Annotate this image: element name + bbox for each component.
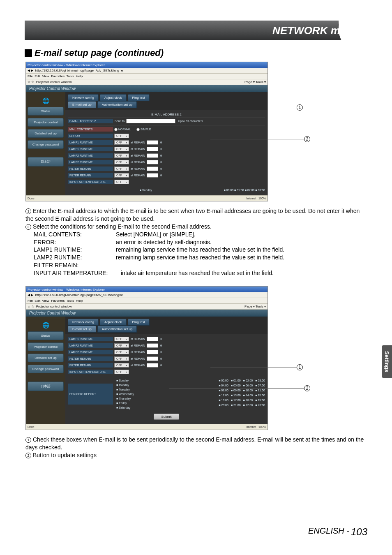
side-detailed[interactable]: Detailed set up	[28, 129, 64, 138]
callout-line-2b	[169, 388, 304, 388]
header-band: NETWORK menu	[25, 21, 367, 40]
lbl-error: ERROR	[68, 134, 113, 138]
side-projector-2[interactable]: Projector control	[28, 342, 64, 351]
body-text-1: 1Enter the E-mail address to which the E…	[25, 207, 367, 277]
lamp1-val[interactable]	[147, 140, 158, 145]
footer-page: 103	[351, 526, 367, 538]
tab-adjust[interactable]: Adjust clock	[100, 94, 127, 101]
lbl-lamp2b: LAMP2 RUNTIME	[68, 160, 113, 164]
callout-2: 2	[304, 136, 310, 142]
lbl-lamp1b: LAMP1 RUNTIME	[68, 147, 113, 151]
subheader: E-MAIL ADDRESS 2	[68, 111, 265, 118]
radio-normal[interactable]: NORMAL	[114, 128, 131, 131]
tab-adjust-2[interactable]: Adjust clock	[100, 319, 127, 326]
s2-lamp2a: LAMP2 RUNTIME	[68, 343, 113, 348]
body-text-2: 1Check these boxes when E-mail is to be …	[25, 436, 367, 459]
sel-lamp2b[interactable]: OFF	[114, 160, 129, 164]
tab-email[interactable]: E-mail set up	[68, 101, 96, 108]
callout-line-2	[210, 139, 304, 139]
filterb-val[interactable]	[147, 173, 158, 178]
s2-periodic: PERIODIC REPORT	[68, 384, 113, 405]
lamp1b-val[interactable]	[147, 147, 158, 151]
lamp2-val[interactable]	[147, 153, 158, 158]
radio-simple[interactable]: SIMPLE	[136, 128, 151, 131]
tab-network-2[interactable]: Network config	[68, 319, 99, 326]
callout-2b: 2	[304, 385, 310, 391]
addr2-hint: Up to 63 characters	[178, 120, 203, 123]
sel-error[interactable]: OFF	[114, 134, 129, 138]
tab-ping[interactable]: Ping test	[128, 94, 150, 101]
tab-ping-2[interactable]: Ping test	[128, 319, 150, 326]
ie-menubar: File Edit View Favorites Tools Help	[26, 74, 267, 79]
sel-filter[interactable]: OFF	[114, 166, 129, 171]
side-tab-settings: Settings	[382, 345, 392, 378]
tab-auth-2[interactable]: Authentication set up	[97, 326, 137, 333]
s2-lamp2b: LAMP2 RUNTIME	[68, 350, 113, 354]
section-header: E-mail setup page (continued)	[25, 48, 367, 58]
tab-email-2[interactable]: E-mail set up	[68, 326, 96, 333]
lbl-lamp1: LAMP1 RUNTIME	[68, 140, 113, 145]
addr2-input[interactable]	[126, 119, 175, 123]
ie-addressbar: ◀ ▶ http://192.168.0.8/cgi-bin/main.cgi?…	[26, 68, 267, 74]
lbl-mailcontents: MAIL CONTENTS	[68, 127, 113, 132]
tab-auth[interactable]: Authentication set up	[97, 101, 137, 108]
side-change-2[interactable]: Change password	[28, 365, 64, 373]
ie-titlebar-2: Projector control window - Windows Inter…	[26, 287, 267, 292]
s2-input: INPUT AIR TEMPERATURE	[68, 370, 113, 374]
sel-lamp1[interactable]: OFF	[114, 140, 129, 145]
s2-filter: FILTER REMAIN	[68, 356, 113, 361]
ie-titlebar: Projector control window - Windows Inter…	[26, 62, 267, 68]
lamp2b-val[interactable]	[147, 160, 158, 164]
footer-lang: ENGLISH -	[308, 526, 349, 538]
section-title: E-mail setup page (continued)	[35, 48, 164, 58]
pcw-title: Projector Control Window	[26, 85, 267, 92]
side-status[interactable]: Status	[28, 107, 64, 116]
tab-network[interactable]: Network config	[68, 94, 99, 101]
ie-menubar-2: File Edit View Favorites Tools Help	[26, 298, 267, 304]
footer: ENGLISH - 103	[25, 526, 367, 538]
screenshot-1: Projector control window - Windows Inter…	[25, 62, 268, 201]
pcw-sidebar: 🌐 Status Projector control Detailed set …	[26, 92, 65, 195]
side-jp[interactable]: 日本語	[28, 157, 64, 166]
side-projector[interactable]: Projector control	[28, 118, 64, 127]
ie-fav-bar: ☆ ☆ Projector control windowPage ▾ Tools…	[26, 79, 267, 85]
ie-statusbar: DoneInternet 100%	[26, 195, 267, 201]
lbl-addr2: E-MAIL ADDRESS 2	[68, 119, 113, 123]
callout-line-1b	[210, 368, 297, 368]
lbl-filterb: FILTER REMAIN	[68, 173, 113, 178]
pcw-title-2: Projector Control Window	[26, 310, 267, 317]
callout-line-1	[210, 108, 297, 108]
ie-fav-bar-2: ☆ ☆ Projector control windowPage ▾ Tools…	[26, 304, 267, 310]
lbl-lamp2: LAMP2 RUNTIME	[68, 153, 113, 158]
sel-lamp1b[interactable]: OFF	[114, 147, 129, 151]
sunday-check[interactable]: ■ Sunday	[140, 189, 152, 192]
callout-1: 1	[297, 104, 303, 111]
pcw-sidebar-2: 🌐 Status Projector control Detailed set …	[26, 317, 65, 424]
callout-1b: 1	[297, 364, 303, 370]
s2-filterb: FILTER REMAIN	[68, 363, 113, 368]
side-change[interactable]: Change password	[28, 140, 64, 149]
sel-inputair[interactable]: OFF	[114, 180, 129, 184]
side-status-2[interactable]: Status	[28, 331, 64, 340]
sel-filterb[interactable]: OFF	[114, 173, 129, 178]
screenshot-2: Projector control window - Windows Inter…	[25, 286, 268, 430]
section-square-icon	[25, 49, 32, 57]
time-checks[interactable]: 00:0001:0002:0003:00 04:0005:0006:0007:0…	[219, 378, 265, 407]
filter-val[interactable]	[147, 166, 158, 171]
submit-button[interactable]: Submit	[154, 414, 180, 420]
ie-addressbar-2: ◀ ▶ http://192.168.0.8/cgi-bin/main.cgi?…	[26, 292, 267, 298]
side-detailed-2[interactable]: Detailed set up	[28, 354, 64, 362]
time-legend: ■ 00:00 ■ 01:00 ■ 02:00 ■ 03:00	[224, 189, 265, 192]
lbl-filter: FILTER REMAIN	[68, 166, 113, 171]
day-checks[interactable]: ■ Sunday■ Monday■ Tuesday■ Wednesday■ Th…	[116, 378, 134, 410]
side-jp-2[interactable]: 日本語	[28, 382, 64, 391]
header-title: NETWORK menu	[272, 24, 359, 37]
lbl-inputair: INPUT AIR TEMPERATURE	[68, 180, 113, 184]
sel-lamp2[interactable]: OFF	[114, 153, 129, 158]
ie-statusbar-2: DoneInternet 100%	[26, 424, 267, 430]
s2-lamp1: LAMP1 RUNTIME	[68, 337, 113, 341]
